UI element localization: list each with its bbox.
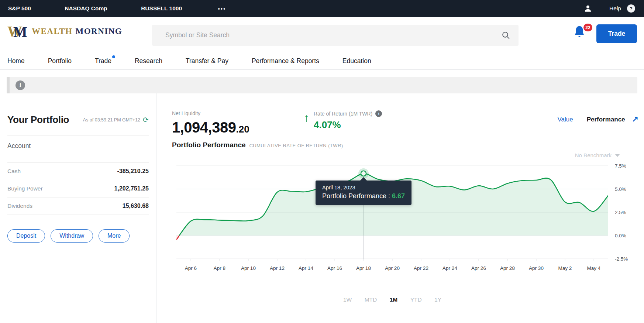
range-1w[interactable]: 1W xyxy=(343,296,352,303)
range-ytd[interactable]: YTD xyxy=(410,296,422,303)
ticker-nasdaq[interactable]: NASDAQ Comp — xyxy=(65,5,122,12)
marker-point xyxy=(361,171,366,176)
nav-transfer-pay[interactable]: Transfer & Pay xyxy=(186,57,228,65)
account-actions: Deposit Withdraw More xyxy=(7,229,149,243)
x-axis-label: Apr 10 xyxy=(241,265,256,271)
row-value: 15,630.68 xyxy=(123,203,149,209)
y-axis-label: -2.5% xyxy=(615,256,628,262)
row-label: Dividends xyxy=(7,203,32,209)
top-ticker-bar: S&P 500 — NASDAQ Comp — RUSSELL 1000 — •… xyxy=(0,0,644,17)
nav-portfolio[interactable]: Portfolio xyxy=(48,57,72,65)
x-axis-label: Apr 24 xyxy=(442,265,457,271)
x-axis-label: Apr 28 xyxy=(500,265,515,271)
user-icon[interactable] xyxy=(583,4,593,13)
as-of-timestamp: As of 03:59:21 PM GMT+12 ⟳ xyxy=(83,116,149,123)
notice-banner: i xyxy=(7,77,637,93)
page-title: Your Portfolio xyxy=(7,114,69,126)
net-liquidity-block: Net Liquidity 1,094,389.20 xyxy=(172,110,304,136)
expand-arrow-icon[interactable]: ↗ xyxy=(632,116,638,124)
x-axis-label: May 2 xyxy=(558,265,572,271)
nav-performance-reports[interactable]: Performance & Reports xyxy=(252,57,319,65)
trade-button[interactable]: Trade xyxy=(596,24,637,43)
tooltip-date: April 18, 2023 xyxy=(322,185,405,190)
search-input[interactable] xyxy=(152,25,519,46)
topbar-divider xyxy=(601,4,601,13)
ticker-list: S&P 500 — NASDAQ Comp — RUSSELL 1000 — •… xyxy=(8,5,228,12)
row-label: Buying Power xyxy=(7,185,43,192)
nav-trade-notification-dot xyxy=(112,55,115,58)
wm-monogram-icon: W M xyxy=(7,24,28,39)
topbar-right: Help ? xyxy=(583,4,635,13)
performance-panel: Net Liquidity 1,094,389.20 ↑ Rate of Ret… xyxy=(156,93,644,323)
ticker-value: — xyxy=(191,5,197,12)
help-question-icon[interactable]: ? xyxy=(627,4,635,13)
range-mtd[interactable]: MTD xyxy=(365,296,377,303)
x-axis-label: Apr 16 xyxy=(327,265,342,271)
x-axis-label: Apr 20 xyxy=(385,265,400,271)
range-1m[interactable]: 1M xyxy=(390,296,398,303)
info-icon[interactable]: i xyxy=(375,110,382,117)
benchmark-dropdown[interactable]: No Benchmark xyxy=(176,152,638,158)
nav-education[interactable]: Education xyxy=(342,57,371,65)
x-axis-label: Apr 30 xyxy=(529,265,544,271)
time-range-selector: 1W MTD 1M YTD 1Y xyxy=(176,296,608,303)
chart-tooltip: April 18, 2023 Portfolio Performance : 6… xyxy=(316,181,411,205)
nav-trade[interactable]: Trade xyxy=(95,57,111,65)
brand-logo[interactable]: W M WEALTHMORNING xyxy=(7,24,122,39)
ticker-value: — xyxy=(40,5,46,12)
y-axis-label: 0.0% xyxy=(615,233,626,238)
view-value-tab[interactable]: Value xyxy=(557,116,573,123)
ticker-russell[interactable]: RUSSELL 1000 — xyxy=(141,5,196,12)
x-axis-label: Apr 14 xyxy=(299,265,313,271)
ticker-sp500[interactable]: S&P 500 — xyxy=(8,5,45,12)
y-axis-label: 2.5% xyxy=(615,210,626,215)
x-axis-label: Apr 6 xyxy=(185,265,197,271)
x-axis-label: Apr 22 xyxy=(414,265,428,271)
main-nav: Home Portfolio Trade Research Transfer &… xyxy=(7,57,371,65)
ror-value: 4.07% xyxy=(314,119,382,131)
y-axis-label: 7.5% xyxy=(615,163,626,169)
y-axis-label: 5.0% xyxy=(615,186,626,192)
divider xyxy=(7,135,149,135)
ticker-more-menu-icon[interactable]: ••• xyxy=(216,6,228,12)
account-section-label: Account xyxy=(7,142,149,150)
x-axis-label: Apr 12 xyxy=(270,265,285,271)
view-performance-tab[interactable]: Performance xyxy=(587,116,625,123)
withdraw-button[interactable]: Withdraw xyxy=(51,229,93,243)
search-icon[interactable] xyxy=(501,31,510,40)
refresh-icon[interactable]: ⟳ xyxy=(143,116,149,123)
x-axis-label: Apr 8 xyxy=(214,265,225,271)
table-row-cash: Cash -385,210.25 xyxy=(7,162,149,180)
nav-research[interactable]: Research xyxy=(135,57,162,65)
ticker-value: — xyxy=(116,5,122,12)
x-axis-label: Apr 26 xyxy=(471,265,486,271)
range-1y[interactable]: 1Y xyxy=(434,296,441,303)
chevron-down-icon xyxy=(615,154,620,157)
notifications-button[interactable]: 22 xyxy=(573,25,589,43)
tooltip-value-line: Portfolio Performance : 6.67 xyxy=(322,192,405,200)
chart-subtitle: CUMULATIVE RATE OF RETURN (TWR) xyxy=(249,143,343,148)
x-axis-label: Apr 18 xyxy=(356,265,371,271)
site-search xyxy=(152,25,519,46)
ror-label: Rate of Return (1M TWR) i xyxy=(314,110,382,117)
chart-title: Portfolio Performance xyxy=(172,141,246,149)
notification-count-badge: 22 xyxy=(583,24,592,31)
net-liquidity-label: Net Liquidity xyxy=(172,110,304,116)
brand-wordmark: WEALTHMORNING xyxy=(32,27,122,36)
net-liquidity-value: 1,094,389.20 xyxy=(172,119,304,136)
rate-of-return-block: ↑ Rate of Return (1M TWR) i 4.07% xyxy=(304,110,382,131)
table-row-dividends: Dividends 15,630.68 xyxy=(7,197,149,214)
value-performance-toggle: Value Performance ↗ xyxy=(557,116,638,124)
performance-chart: 7.5%5.0%2.5%0.0%-2.5%Apr 6Apr 8Apr 10Apr… xyxy=(176,159,638,277)
nav-home[interactable]: Home xyxy=(7,57,25,65)
page-content: Your Portfolio As of 03:59:21 PM GMT+12 … xyxy=(0,93,644,323)
svg-text:M: M xyxy=(13,24,27,39)
portfolio-sidebar: Your Portfolio As of 03:59:21 PM GMT+12 … xyxy=(0,93,156,323)
app-header: W M WEALTHMORNING 22 Trade Home Portfoli… xyxy=(0,17,644,70)
help-link[interactable]: Help xyxy=(609,5,621,12)
info-icon: i xyxy=(16,80,25,90)
performance-chart-area: 7.5%5.0%2.5%0.0%-2.5%Apr 6Apr 8Apr 10Apr… xyxy=(176,159,638,279)
more-button[interactable]: More xyxy=(99,229,130,243)
deposit-button[interactable]: Deposit xyxy=(7,229,45,243)
ticker-label: RUSSELL 1000 xyxy=(141,5,182,12)
